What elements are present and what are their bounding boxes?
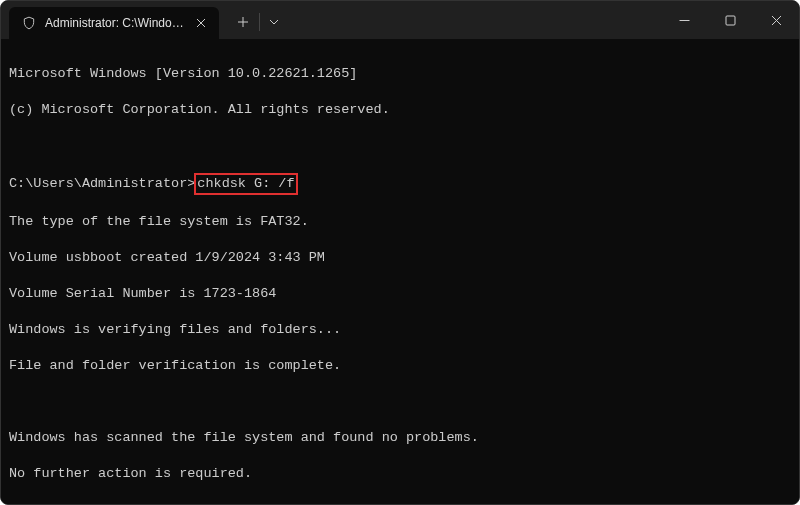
tab-dropdown-button[interactable] <box>262 8 286 36</box>
output-line: Windows has scanned the file system and … <box>9 429 791 447</box>
svg-rect-5 <box>726 16 735 25</box>
highlighted-command: chkdsk G: /f <box>194 173 297 195</box>
titlebar: Administrator: C:\Windows\sy <box>1 1 799 39</box>
output-line: Windows is verifying files and folders..… <box>9 321 791 339</box>
output-line <box>9 393 791 411</box>
tab-close-button[interactable] <box>193 15 209 31</box>
minimize-button[interactable] <box>661 1 707 39</box>
output-line: Volume Serial Number is 1723-1864 <box>9 285 791 303</box>
titlebar-divider <box>259 13 260 31</box>
output-line: No further action is required. <box>9 465 791 483</box>
output-line: The type of the file system is FAT32. <box>9 213 791 231</box>
shield-icon <box>21 15 37 31</box>
prompt-prefix: C:\Users\Administrator> <box>9 176 195 191</box>
terminal-window: Administrator: C:\Windows\sy <box>0 0 800 505</box>
close-button[interactable] <box>753 1 799 39</box>
maximize-button[interactable] <box>707 1 753 39</box>
output-line: Microsoft Windows [Version 10.0.22621.12… <box>9 65 791 83</box>
output-line: File and folder verification is complete… <box>9 357 791 375</box>
window-controls <box>661 1 799 39</box>
tab-active[interactable]: Administrator: C:\Windows\sy <box>9 7 219 39</box>
new-tab-button[interactable] <box>229 8 257 36</box>
output-line <box>9 137 791 155</box>
output-line: Volume usbboot created 1/9/2024 3:43 PM <box>9 249 791 267</box>
tab-title: Administrator: C:\Windows\sy <box>45 16 185 30</box>
output-line <box>9 501 791 504</box>
output-line: (c) Microsoft Corporation. All rights re… <box>9 101 791 119</box>
prompt-line: C:\Users\Administrator>chkdsk G: /f <box>9 173 791 195</box>
terminal-output[interactable]: Microsoft Windows [Version 10.0.22621.12… <box>1 39 799 504</box>
